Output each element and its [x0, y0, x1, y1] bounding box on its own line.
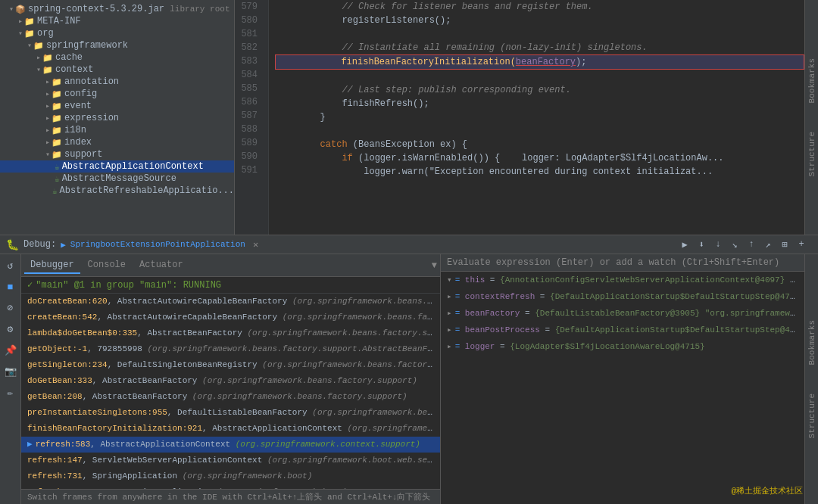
stack-frame[interactable]: refresh:731, SpringApplication (org.spri… [21, 468, 440, 484]
structure-tab[interactable]: Structure [806, 129, 818, 179]
tree-item-label: config [64, 89, 97, 99]
code-line-580: registerListeners(); [276, 14, 804, 27]
folder-arrow: ▸ [45, 114, 50, 123]
step-into-btn[interactable]: ↓ [710, 237, 726, 252]
watermark: @稀土掘金技术社区 [731, 485, 803, 496]
folder-icon: 📁 [24, 29, 35, 39]
debug-bar: 🐛 Debug: ▶ SpringbootExtensionPointAppli… [0, 235, 818, 254]
stack-frame[interactable]: ▶refresh:583, AbstractApplicationContext… [21, 437, 440, 453]
bookmarks-tab-right[interactable]: Bookmarks [806, 317, 818, 368]
debug-status: ✓ "main" @1 in group "main": RUNNING [21, 277, 440, 294]
structure-tab-right[interactable]: Structure [806, 390, 818, 441]
thread-status: "main" @1 in group "main": RUNNING [36, 280, 221, 291]
stack-frame[interactable]: refresh:147, ServletWebServerApplication… [21, 453, 440, 468]
debug-toolbar-v: ↺ ■ ⊘ ⚙ 📌 📷 ✏ [0, 254, 21, 504]
code-line-584 [276, 70, 804, 83]
console-tab[interactable]: Console [82, 257, 132, 274]
stack-frame[interactable]: getSingleton:234, DefaultSingletonBeanRe… [21, 357, 440, 373]
line-number-582: 582 [235, 41, 262, 54]
tree-item-annotation[interactable]: ▸📁 annotation [0, 76, 234, 88]
stack-frame[interactable]: doCreateBean:620, AbstractAutowireCapabl… [21, 294, 440, 310]
tree-item-AbstractRefreshableApplicationContext[interactable]: ☕ AbstractRefreshableApplicatio... [0, 185, 234, 197]
code-line-583: finishBeanFactoryInitialization(beanFact… [275, 54, 804, 70]
stop-btn[interactable]: ■ [2, 278, 19, 295]
tree-item-meta-inf[interactable]: ▸📁 META-INF [0, 15, 234, 27]
tree-item-index[interactable]: ▸📁 index [0, 136, 234, 148]
tree-item-label: annotation [64, 76, 119, 87]
side-tabs: Bookmarks Structure [804, 0, 818, 235]
folder-arrow: ▾ [27, 41, 32, 50]
edit-btn[interactable]: ✏ [2, 384, 19, 401]
tree-item-label: META-INF [37, 16, 81, 26]
tree-item-config[interactable]: ▸📁 config [0, 88, 234, 100]
debug-bar-label: Debug: [23, 239, 56, 250]
tree-item-i18n[interactable]: ▸📁 i18n [0, 124, 234, 136]
tree-item-support[interactable]: ▾📁 support [0, 148, 234, 160]
code-line-586: finishRefresh(); [276, 97, 804, 110]
filter-icon[interactable]: ▼ [432, 260, 437, 271]
tree-item-expression[interactable]: ▸📁 expression [0, 112, 234, 124]
code-line-590: if (logger.isWarnEnabled()) { logger: Lo… [276, 151, 804, 165]
mute-breakpoints-btn[interactable]: ⊘ [2, 300, 19, 316]
watch-item-beanPostProcess[interactable]: ▸= beanPostProcess = {DefaultApplication… [441, 322, 804, 338]
folder-icon: 📁 [52, 101, 62, 111]
force-step-into-btn[interactable]: ↘ [727, 237, 742, 252]
tree-item-label: index [64, 137, 92, 148]
watch-item-beanFactory[interactable]: ▸= beanFactory = {DefaultListableBeanFac… [441, 305, 804, 322]
stack-frame[interactable]: lambda$doGetBean$0:335, AbstractBeanFact… [21, 325, 440, 341]
stack-frame[interactable]: doGetBean:333, AbstractBeanFactory (org.… [21, 373, 440, 389]
line-number-591: 591 [235, 163, 262, 177]
bookmarks-tab[interactable]: Bookmarks [806, 55, 818, 106]
stack-frame[interactable]: finishBeanFactoryInitialization:921, Abs… [21, 421, 440, 437]
restart-btn[interactable]: ↺ [2, 257, 19, 274]
close-debug-tab[interactable]: ✕ [253, 239, 258, 250]
stack-frame[interactable]: createBean:542, AbstractAutowireCapableB… [21, 310, 440, 325]
code-line-591: logger.warn("Exception encountered durin… [276, 165, 804, 179]
debug-icon: 🐛 [6, 238, 19, 251]
stack-frame[interactable]: getBean:208, AbstractBeanFactory (org.sp… [21, 389, 440, 405]
pin-btn[interactable]: 📌 [2, 342, 19, 359]
line-number-580: 580 [235, 14, 262, 27]
folder-arrow: ▾ [45, 150, 50, 159]
tree-item-event[interactable]: ▸📁 event [0, 100, 234, 112]
resume-btn[interactable]: ▶ [677, 237, 692, 252]
watch-item-contextRefresh[interactable]: ▸= contextRefresh = {DefaultApplicationS… [441, 288, 804, 305]
folder-icon: 📁 [52, 126, 62, 135]
watch-item-this[interactable]: ▾= this = {AnnotationConfigServletWebSer… [441, 272, 804, 288]
run-to-cursor-btn[interactable]: ↗ [760, 237, 776, 252]
folder-arrow: ▾ [36, 65, 41, 74]
line-number-589: 589 [235, 136, 262, 150]
code-content: // Check for listener beans and register… [269, 0, 804, 235]
actuator-tab[interactable]: Actuator [133, 257, 189, 274]
tree-item-spring-context-jar[interactable]: ▾📦 spring-context-5.3.29.jar library roo… [0, 3, 234, 15]
stack-frame[interactable]: getObject:-1, 792855998 (org.springframe… [21, 341, 440, 357]
line-number-579: 579 [235, 0, 262, 14]
settings-btn[interactable]: ⚙ [2, 321, 19, 338]
step-over-btn[interactable]: ⬇ [694, 237, 709, 252]
folder-arrow: ▸ [18, 17, 23, 26]
tree-item-label: org [37, 28, 54, 39]
tree-item-AbstractMessageSource[interactable]: ☕ AbstractMessageSource [0, 173, 234, 185]
step-out-btn[interactable]: ↑ [744, 237, 759, 252]
tree-item-org[interactable]: ▾📁 org [0, 27, 234, 39]
add-watch-btn[interactable]: + [794, 237, 809, 252]
watch-item-logger[interactable]: ▸= logger = {LogAdapter$Slf4jLocationAwa… [441, 338, 804, 355]
tree-item-AbstractApplicationContext[interactable]: ☕ AbstractApplicationContext [0, 160, 234, 173]
debug-htoolbar: ▶ ⬇ ↓ ↘ ↑ ↗ ⊞ + [674, 237, 812, 252]
folder-icon: 📁 [42, 65, 53, 75]
folder-icon: 📁 [52, 138, 62, 148]
tree-item-cache[interactable]: ▸📁 cache [0, 51, 234, 64]
app-name-label: SpringbootExtensionPointApplication [70, 240, 245, 249]
evaluate-btn[interactable]: ⊞ [777, 237, 792, 252]
tree-item-label: support [64, 149, 102, 160]
tree-item-springframework[interactable]: ▾📁 springframework [0, 39, 234, 51]
folder-icon: 📁 [52, 114, 62, 123]
code-line-581 [276, 27, 804, 41]
tree-item-label: cache [55, 52, 83, 63]
jar-icon: 📦 [15, 5, 26, 14]
debugger-tab[interactable]: Debugger [24, 257, 80, 274]
class-icon: ☕ [55, 162, 60, 172]
camera-btn[interactable]: 📷 [2, 363, 19, 380]
stack-frame[interactable]: preInstantiateSingletons:955, DefaultLis… [21, 405, 440, 421]
tree-item-context[interactable]: ▾📁 context [0, 64, 234, 76]
